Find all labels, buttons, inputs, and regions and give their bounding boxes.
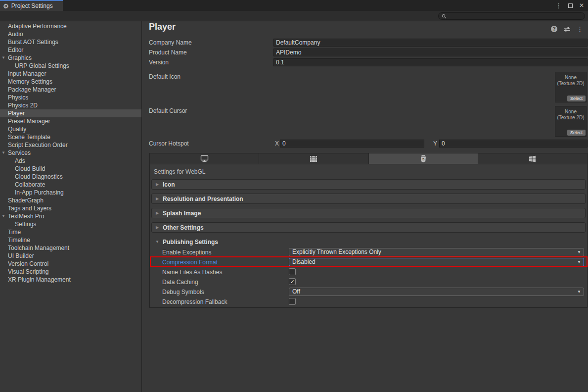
- chevron-down-icon: ▼: [577, 248, 581, 256]
- platform-tab-webgl[interactable]: 5: [369, 153, 478, 164]
- section-publishing-settings[interactable]: ▼ Publishing Settings: [151, 237, 586, 247]
- sidebar-item-quality[interactable]: Quality: [0, 125, 141, 133]
- sidebar-item-collaborate[interactable]: Collaborate: [0, 181, 141, 189]
- window-title: Project Settings: [11, 2, 53, 9]
- section-title: Other Settings: [163, 224, 204, 231]
- sidebar-item-physics-2d[interactable]: Physics 2D: [0, 101, 141, 109]
- close-icon[interactable]: ✕: [579, 2, 584, 9]
- search-box[interactable]: [438, 12, 585, 20]
- sidebar-item-tags-and-layers[interactable]: Tags and Layers: [0, 204, 141, 212]
- platform-tab-windows-store[interactable]: [478, 153, 587, 164]
- sidebar-item-ads[interactable]: Ads: [0, 157, 141, 165]
- svg-text:5: 5: [422, 157, 424, 161]
- cursor-hotspot-label: Cursor Hotspot: [149, 140, 189, 147]
- player-settings-panel: Player ? ⋮ Company Name DefaultCompany P…: [142, 21, 588, 392]
- row-debug-symbols: Debug Symbols Off ▼: [150, 288, 584, 296]
- sidebar-item-services[interactable]: ▼Services: [0, 149, 141, 157]
- version-input[interactable]: 0.1: [273, 58, 588, 66]
- row-name-files-as-hashes: Name Files As Hashes: [150, 268, 584, 277]
- section-icon[interactable]: ▶ Icon: [151, 179, 586, 190]
- window-titlebar: ⚙ Project Settings ⋮ ✕: [0, 0, 588, 11]
- chevron-down-icon: ▼: [152, 240, 163, 244]
- sidebar-item-scene-template[interactable]: Scene Template: [0, 133, 141, 141]
- row-data-caching: Data Caching ✓: [150, 278, 584, 287]
- section-title: Icon: [163, 181, 175, 188]
- sidebar-item-toolchain-management[interactable]: Toolchain Management: [0, 244, 141, 252]
- sidebar-item-burst-aot-settings[interactable]: Burst AOT Settings: [0, 38, 141, 46]
- panel-menu-icon[interactable]: ⋮: [577, 25, 583, 33]
- product-name-label: Product Name: [149, 49, 187, 56]
- dropdown-value: Disabled: [292, 258, 316, 265]
- settings-category-sidebar: Adaptive Performance Audio Burst AOT Set…: [0, 21, 142, 392]
- platform-tab-standalone[interactable]: [150, 153, 259, 164]
- sidebar-item-ui-builder[interactable]: UI Builder: [0, 252, 141, 260]
- window-menu-icon[interactable]: ⋮: [555, 2, 562, 9]
- section-other-settings[interactable]: ▶ Other Settings: [151, 222, 586, 233]
- sidebar-item-version-control[interactable]: Version Control: [0, 260, 141, 268]
- sidebar-item-visual-scripting[interactable]: Visual Scripting: [0, 268, 141, 276]
- chevron-down-icon: ▼: [577, 288, 581, 296]
- platform-tab-dedicated-server[interactable]: [259, 153, 368, 164]
- sidebar-item-cloud-build[interactable]: Cloud Build: [0, 165, 141, 173]
- tab-project-settings[interactable]: ⚙ Project Settings: [0, 0, 63, 11]
- gear-icon: ⚙: [3, 3, 9, 9]
- section-resolution-and-presentation[interactable]: ▶ Resolution and Presentation: [151, 194, 586, 204]
- default-cursor-select-button[interactable]: Select: [567, 130, 586, 136]
- presets-icon[interactable]: [564, 26, 570, 32]
- default-icon-object-picker[interactable]: None (Texture 2D) Select: [555, 72, 587, 102]
- sidebar-item-adaptive-performance[interactable]: Adaptive Performance: [0, 22, 141, 30]
- chevron-down-icon: ▼: [577, 258, 581, 266]
- sidebar-item-preset-manager[interactable]: Preset Manager: [0, 117, 141, 125]
- compression-format-dropdown[interactable]: Disabled ▼: [289, 258, 584, 266]
- object-value-line2: (Texture 2D): [555, 115, 586, 121]
- sidebar-item-timeline[interactable]: Timeline: [0, 236, 141, 244]
- sidebar-item-in-app-purchasing[interactable]: In-App Purchasing: [0, 189, 141, 196]
- sidebar-item-textmesh-pro[interactable]: ▼TextMesh Pro: [0, 212, 141, 220]
- object-value-line1: None: [555, 75, 586, 81]
- sidebar-item-cloud-diagnostics[interactable]: Cloud Diagnostics: [0, 173, 141, 181]
- sidebar-item-urp-global-settings[interactable]: URP Global Settings: [0, 62, 141, 70]
- sidebar-item-audio[interactable]: Audio: [0, 30, 141, 38]
- chevron-down-icon[interactable]: ▼: [1, 212, 5, 220]
- default-icon-select-button[interactable]: Select: [567, 96, 586, 101]
- chevron-right-icon: ▶: [152, 225, 163, 230]
- maximize-icon[interactable]: [568, 3, 573, 8]
- name-files-as-hashes-checkbox[interactable]: [289, 268, 296, 275]
- html5-webgl-icon: 5: [420, 155, 426, 163]
- help-icon[interactable]: ?: [551, 26, 557, 32]
- sidebar-item-graphics[interactable]: ▼Graphics: [0, 54, 141, 62]
- section-title: Splash Image: [163, 210, 201, 217]
- sidebar-item-memory-settings[interactable]: Memory Settings: [0, 78, 141, 86]
- sidebar-item-shadergraph[interactable]: ShaderGraph: [0, 196, 141, 204]
- sidebar-item-physics[interactable]: Physics: [0, 94, 141, 101]
- default-cursor-object-picker[interactable]: None (Texture 2D) Select: [555, 106, 587, 137]
- sidebar-item-editor[interactable]: Editor: [0, 46, 141, 54]
- chevron-down-icon[interactable]: ▼: [1, 54, 5, 62]
- sidebar-item-time[interactable]: Time: [0, 228, 141, 236]
- chevron-down-icon[interactable]: ▼: [1, 149, 5, 157]
- page-title: Player: [149, 22, 176, 32]
- sidebar-item-script-execution-order[interactable]: Script Execution Order: [0, 141, 141, 149]
- sidebar-item-package-manager[interactable]: Package Manager: [0, 86, 141, 94]
- company-name-input[interactable]: DefaultCompany: [273, 39, 588, 47]
- product-name-input[interactable]: APIDemo: [273, 49, 588, 56]
- sidebar-item-input-manager[interactable]: Input Manager: [0, 70, 141, 78]
- row-compression-format: Compression Format Disabled ▼: [150, 258, 584, 267]
- debug-symbols-dropdown[interactable]: Off ▼: [289, 288, 584, 296]
- sidebar-item-textmesh-settings[interactable]: Settings: [0, 220, 141, 228]
- row-decompression-fallback: Decompression Fallback: [150, 297, 584, 306]
- decompression-fallback-checkbox[interactable]: [289, 298, 296, 305]
- sidebar-item-player[interactable]: Player: [0, 109, 141, 117]
- name-files-as-hashes-label: Name Files As Hashes: [162, 269, 222, 276]
- hotspot-x-input[interactable]: 0: [280, 140, 424, 147]
- enable-exceptions-dropdown[interactable]: Explicitly Thrown Exceptions Only ▼: [289, 248, 584, 256]
- sidebar-item-xr-plugin-management[interactable]: XR Plugin Management: [0, 276, 141, 284]
- object-value-line1: None: [555, 109, 586, 115]
- chevron-right-icon: ▶: [152, 182, 163, 187]
- platform-settings-container: 5 Settings for WebGL ▶ Icon ▶ Resolution…: [149, 153, 588, 308]
- search-input[interactable]: [449, 13, 577, 20]
- dropdown-value: Explicitly Thrown Exceptions Only: [292, 248, 381, 255]
- data-caching-checkbox[interactable]: ✓: [289, 278, 296, 285]
- section-splash-image[interactable]: ▶ Splash Image: [151, 208, 586, 218]
- hotspot-y-input[interactable]: 0: [439, 140, 588, 147]
